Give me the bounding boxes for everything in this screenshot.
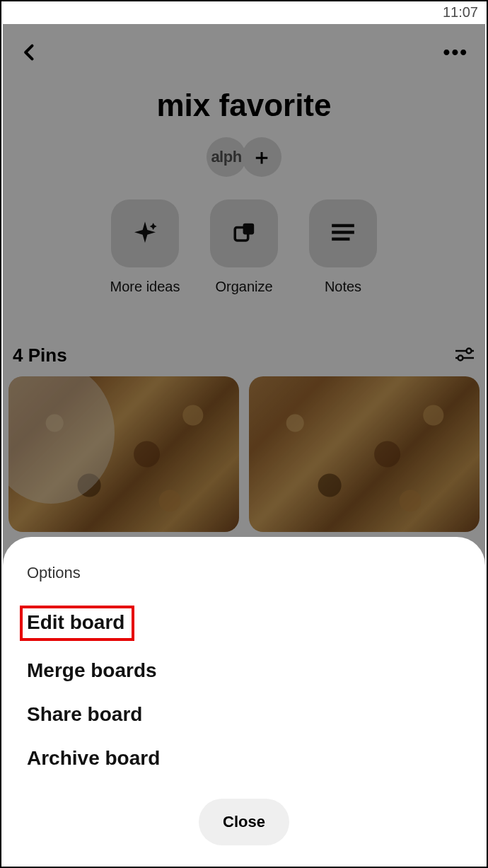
- edit-board-label: Edit board: [20, 606, 134, 641]
- share-board-option[interactable]: Share board: [27, 693, 461, 736]
- archive-board-option[interactable]: Archive board: [27, 736, 461, 780]
- status-time: 11:07: [443, 4, 478, 21]
- close-button[interactable]: Close: [199, 799, 289, 845]
- merge-boards-option[interactable]: Merge boards: [27, 649, 461, 693]
- sheet-title: Options: [27, 564, 461, 582]
- options-bottom-sheet: Options Edit board Merge boards Share bo…: [3, 537, 485, 865]
- app-area: ••• mix favorite alph ＋ More ideas: [3, 24, 485, 865]
- device-frame: 11:07 ••• mix favorite alph ＋: [0, 0, 488, 868]
- edit-board-option[interactable]: Edit board: [27, 598, 461, 649]
- status-bar: 11:07: [1, 1, 487, 23]
